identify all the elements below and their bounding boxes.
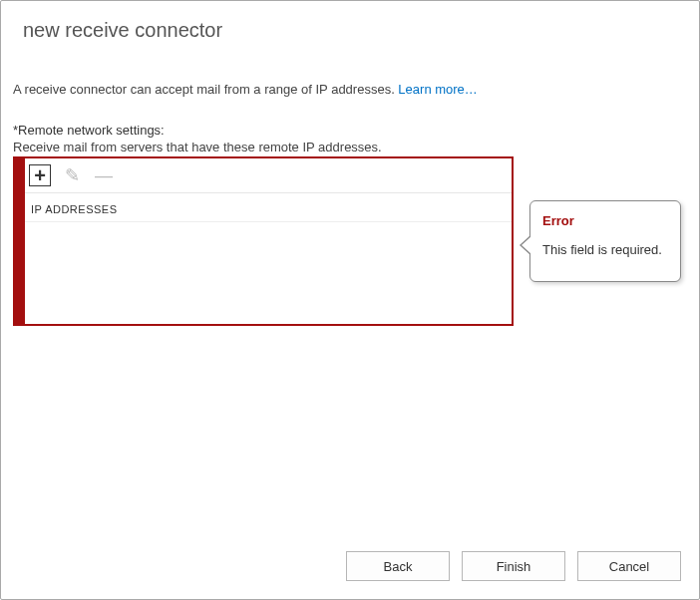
edit-button[interactable]: ✎ <box>61 164 83 186</box>
minus-icon: — <box>95 166 113 184</box>
back-button[interactable]: Back <box>346 551 450 581</box>
error-message: This field is required. <box>542 242 668 257</box>
error-indicator-bar <box>15 158 25 324</box>
remote-network-label: *Remote network settings: <box>13 123 699 138</box>
description-text: A receive connector can accept mail from… <box>13 82 398 97</box>
remote-network-sublabel: Receive mail from servers that have thes… <box>13 140 699 154</box>
cancel-button[interactable]: Cancel <box>577 551 681 581</box>
add-button[interactable]: + <box>29 164 51 186</box>
learn-more-link[interactable]: Learn more… <box>398 82 477 97</box>
plus-icon: + <box>34 165 46 185</box>
description: A receive connector can accept mail from… <box>13 82 699 97</box>
ip-address-panel: + ✎ — IP ADDRESSES <box>13 156 514 326</box>
ip-column-header: IP ADDRESSES <box>15 193 512 222</box>
remove-button[interactable]: — <box>93 164 115 186</box>
page-title: new receive connector <box>23 19 699 42</box>
error-callout: Error This field is required. <box>529 200 681 282</box>
error-title: Error <box>542 213 668 228</box>
wizard-button-bar: Back Finish Cancel <box>346 551 681 581</box>
ip-toolbar: + ✎ — <box>15 158 512 193</box>
finish-button[interactable]: Finish <box>462 551 565 581</box>
pencil-icon: ✎ <box>65 166 80 184</box>
